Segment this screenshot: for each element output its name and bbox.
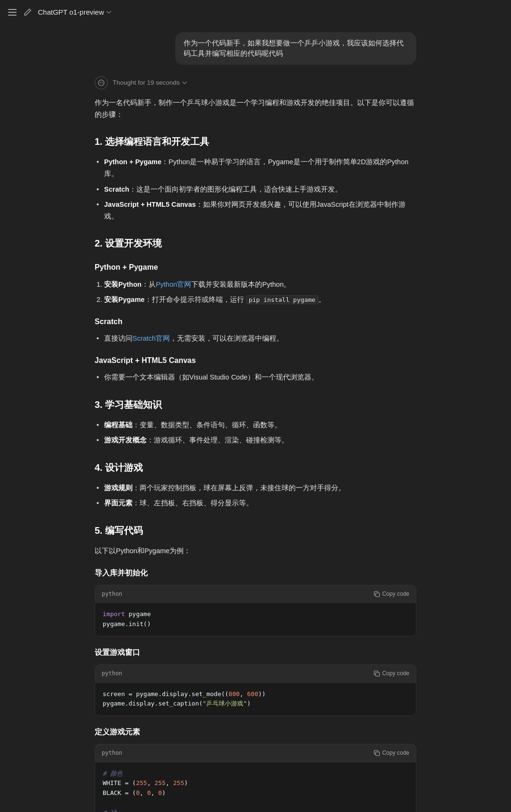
list-item: 安装Python：从Python官网下载并安装最新版本的Python。: [104, 279, 416, 291]
section4-list: 游戏规则：两个玩家控制挡板，球在屏幕上反弹，未接住球的一方对手得分。 界面元素：…: [95, 482, 416, 509]
svg-rect-1: [8, 12, 17, 13]
thought-header: Thought for 19 seconds: [95, 76, 416, 89]
code-block-3: python Copy code # 颜色 WHITE = (255, 255,…: [95, 744, 416, 812]
code-block-1: python Copy code import pygame pygame.in…: [95, 585, 416, 636]
section5-heading: 5. 编写代码: [95, 522, 416, 538]
user-message: 作为一个代码新手，如果我想要做一个乒乒小游戏，我应该如何选择代码工具并编写相应的…: [95, 32, 416, 65]
code-lang-2: python: [102, 669, 122, 678]
svg-rect-2: [8, 15, 17, 16]
copy-code-button-1[interactable]: Copy code: [374, 591, 409, 597]
list-item: Scratch：这是一个面向初学者的图形化编程工具，适合快速上手游戏开发。: [95, 184, 416, 195]
section2-heading: 2. 设置开发环境: [95, 235, 416, 251]
code-block-header-1: python Copy code: [95, 585, 416, 603]
code-block-2: python Copy code screen = pygame.display…: [95, 664, 416, 716]
list-item: 界面元素：球、左挡板、右挡板、得分显示等。: [95, 497, 416, 509]
list-item: 游戏规则：两个玩家控制挡板，球在屏幕上反弹，未接住球的一方对手得分。: [95, 482, 416, 494]
section1-heading: 1. 选择编程语言和开发工具: [95, 133, 416, 150]
section3-list: 编程基础：变量、数据类型、条件语句、循环、函数等。 游戏开发概念：游戏循环、事件…: [95, 419, 416, 446]
code-block-body-1: import pygame pygame.init(): [95, 603, 416, 636]
sidebar-toggle-icon[interactable]: [8, 8, 17, 17]
svg-point-4: [100, 82, 101, 83]
subsec-import-heading: 导入库并初始化: [95, 566, 416, 579]
sub2b-list: 直接访问Scratch官网，无需安装，可以在浏览器中编程。: [95, 333, 416, 344]
code-lang-3: python: [102, 748, 122, 758]
python-link[interactable]: Python官网: [156, 281, 191, 288]
sub2b-heading: Scratch: [95, 315, 416, 328]
section4-heading: 4. 设计游戏: [95, 459, 416, 476]
subsec-define-heading: 定义游戏元素: [95, 725, 416, 738]
list-item: 安装Pygame：打开命令提示符或终端，运行 pip install pygam…: [104, 294, 416, 306]
topbar: ChatGPT o1-preview: [0, 0, 511, 25]
code-lang-1: python: [102, 589, 122, 599]
copy-code-button-2[interactable]: Copy code: [374, 670, 409, 677]
sub2c-list: 你需要一个文本编辑器（如Visual Studio Code）和一个现代浏览器。: [95, 371, 416, 383]
svg-rect-7: [376, 672, 379, 676]
list-item: 你需要一个文本编辑器（如Visual Studio Code）和一个现代浏览器。: [95, 371, 416, 383]
list-item: 编程基础：变量、数据类型、条件语句、循环、函数等。: [95, 419, 416, 431]
sub2c-heading: JavaScript + HTML5 Canvas: [95, 354, 416, 367]
list-item: 游戏开发概念：游戏循环、事件处理、渲染、碰撞检测等。: [95, 434, 416, 446]
assistant-icon: [95, 76, 108, 89]
list-item: Python + Pygame：Python是一种易于学习的语言，Pygame是…: [95, 156, 416, 179]
sub2a-list: 安装Python：从Python官网下载并安装最新版本的Python。 安装Py…: [95, 279, 416, 306]
section5-intro: 以下以Python和Pygame为例：: [95, 545, 416, 557]
list-item: 直接访问Scratch官网，无需安装，可以在浏览器中编程。: [95, 333, 416, 344]
chat-container: 作为一个代码新手，如果我想要做一个乒乒小游戏，我应该如何选择代码工具并编写相应的…: [85, 25, 426, 812]
code-block-body-3: # 颜色 WHITE = (255, 255, 255) BLACK = (0,…: [95, 762, 416, 812]
intro-paragraph: 作为一名代码新手，制作一个乒乓球小游戏是一个学习编程和游戏开发的绝佳项目。以下是…: [95, 97, 416, 120]
response-content: 作为一名代码新手，制作一个乒乓球小游戏是一个学习编程和游戏开发的绝佳项目。以下是…: [95, 97, 416, 812]
thought-label[interactable]: Thought for 19 seconds: [113, 78, 187, 88]
assistant-response: Thought for 19 seconds 作为一名代码新手，制作一个乒乓球小…: [95, 76, 416, 812]
scratch-link[interactable]: Scratch官网: [132, 335, 170, 342]
sub2a-heading: Python + Pygame: [95, 261, 416, 274]
svg-point-5: [102, 82, 103, 83]
svg-point-3: [98, 80, 104, 86]
section1-list: Python + Pygame：Python是一种易于学习的语言，Pygame是…: [95, 156, 416, 222]
copy-code-button-3[interactable]: Copy code: [374, 750, 409, 756]
code-block-header-3: python Copy code: [95, 744, 416, 762]
code-block-body-2: screen = pygame.display.set_mode((800, 6…: [95, 683, 416, 716]
user-bubble: 作为一个代码新手，如果我想要做一个乒乒小游戏，我应该如何选择代码工具并编写相应的…: [175, 32, 416, 65]
subsec-window-heading: 设置游戏窗口: [95, 646, 416, 659]
edit-icon[interactable]: [23, 8, 32, 17]
app-title[interactable]: ChatGPT o1-preview: [38, 7, 112, 18]
section3-heading: 3. 学习基础知识: [95, 397, 416, 413]
svg-rect-0: [8, 9, 17, 10]
svg-rect-8: [376, 752, 379, 756]
list-item: JavaScript + HTML5 Canvas：如果你对网页开发感兴趣，可以…: [95, 199, 416, 222]
svg-rect-6: [376, 593, 379, 597]
code-block-header-2: python Copy code: [95, 665, 416, 682]
